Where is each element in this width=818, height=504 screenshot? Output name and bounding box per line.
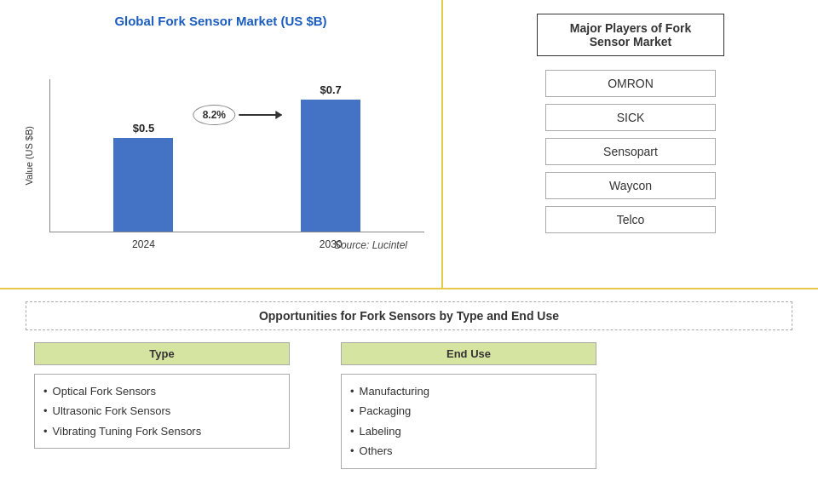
bar-2030-label: 2030 <box>320 238 343 250</box>
bar-2024-rect <box>113 138 173 232</box>
type-header: Type <box>34 342 290 365</box>
players-section: Major Players of Fork Sensor Market OMRO… <box>443 0 818 288</box>
arrow-line <box>239 114 281 116</box>
bar-2030-value: $0.7 <box>320 83 341 96</box>
y-axis-label: Value (US $B) <box>24 126 34 186</box>
end-use-item-4: • Others <box>350 441 587 461</box>
type-item-3: • Vibrating Tuning Fork Sensors <box>43 421 280 441</box>
source-text: Source: Lucintel <box>334 239 407 251</box>
bullet-icon: • <box>43 381 48 401</box>
end-use-item-3: • Labeling <box>350 421 587 441</box>
cagr-label: 8.2% <box>193 105 235 125</box>
bar-2030-rect <box>301 100 360 232</box>
end-use-header: End Use <box>341 342 596 365</box>
opportunities-title: Opportunities for Fork Sensors by Type a… <box>26 301 792 330</box>
player-item: SICK <box>545 104 716 131</box>
bullet-icon: • <box>43 401 48 421</box>
bottom-section: Opportunities for Fork Sensors by Type a… <box>0 289 818 504</box>
type-item-1: • Optical Fork Sensors <box>43 381 280 401</box>
bar-2024-value: $0.5 <box>133 122 154 135</box>
cagr-annotation: 8.2% <box>193 105 281 125</box>
player-item: Telco <box>545 206 716 233</box>
bullet-icon: • <box>350 421 354 441</box>
bar-2024: $0.5 2024 <box>101 79 186 232</box>
end-use-item-2: • Packaging <box>350 401 587 421</box>
chart-title: Global Fork Sensor Market (US $B) <box>114 14 326 28</box>
player-item: Sensopart <box>545 138 716 165</box>
chart-section: Global Fork Sensor Market (US $B) Value … <box>0 0 443 288</box>
end-use-item-1: • Manufacturing <box>350 381 587 401</box>
bullet-icon: • <box>350 381 354 401</box>
end-use-items: • Manufacturing • Packaging • Labeling •… <box>341 374 596 469</box>
bars-container: 8.2% $0.5 2024 $0.7 2030 <box>49 79 424 232</box>
player-item: Waycon <box>545 172 716 199</box>
bar-2030: $0.7 2030 <box>288 79 373 232</box>
bullet-icon: • <box>43 421 48 441</box>
type-item-2: • Ultrasonic Fork Sensors <box>43 401 280 421</box>
bar-2024-label: 2024 <box>132 238 155 250</box>
end-use-column: End Use • Manufacturing • Packaging • La… <box>341 342 596 469</box>
players-title: Major Players of Fork Sensor Market <box>537 14 724 56</box>
bullet-icon: • <box>350 401 354 421</box>
type-items: • Optical Fork Sensors • Ultrasonic Fork… <box>34 374 290 449</box>
type-column: Type • Optical Fork Sensors • Ultrasonic… <box>34 342 290 469</box>
player-item: OMRON <box>545 70 716 97</box>
bullet-icon: • <box>350 441 354 461</box>
